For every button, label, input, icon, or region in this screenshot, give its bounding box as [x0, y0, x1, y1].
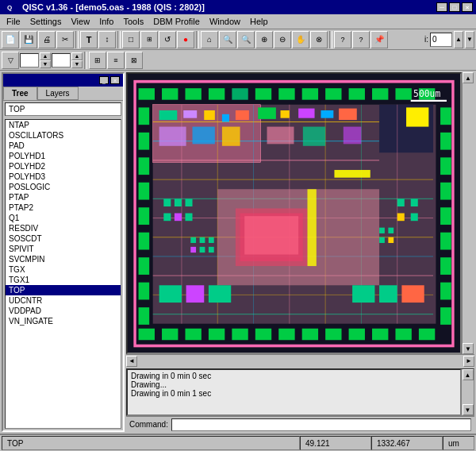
toolbar-btn-stop[interactable]: ●: [177, 31, 194, 48]
spinner1-down[interactable]: ▼: [40, 60, 51, 68]
menu-info[interactable]: Info: [94, 15, 118, 28]
toolbar2-btn-c[interactable]: ⊠: [125, 52, 143, 69]
svg-rect-75: [281, 110, 290, 118]
toolbar-btn-4[interactable]: ✂: [56, 31, 74, 48]
list-item[interactable]: OSCILLATORS: [6, 130, 121, 141]
right-spin-up[interactable]: ▲: [454, 31, 463, 48]
right-spin-down[interactable]: ▼: [465, 31, 474, 48]
list-item[interactable]: PTAP2: [6, 202, 121, 213]
toolbar-2: ▽ 2 ▲ ▼ 0 ▲ ▼ ⊞ ≡ ⊠: [0, 50, 476, 71]
toolbar-btn-zoom-in[interactable]: 🔍: [219, 31, 236, 48]
command-input[interactable]: [171, 418, 471, 431]
toolbar-btn-help[interactable]: ?: [334, 31, 351, 48]
toolbar-btn-7[interactable]: ↺: [159, 31, 176, 48]
sep-2: [117, 31, 121, 48]
toolbar-btn-10[interactable]: 📌: [370, 31, 388, 48]
toolbar-btn-6[interactable]: □: [122, 31, 140, 48]
spinner2-up[interactable]: ▲: [71, 52, 83, 60]
maximize-button[interactable]: □: [449, 2, 460, 12]
list-item[interactable]: PTAP: [6, 192, 121, 202]
toolbar-btn-text[interactable]: T: [80, 31, 98, 48]
list-item[interactable]: SPIVIT: [6, 244, 121, 254]
spinner1-input[interactable]: 2: [20, 53, 39, 67]
status-bar: TOP 49.121 1332.467 um: [0, 434, 476, 451]
panel-tabs: Tree Layers: [3, 87, 123, 101]
output-scrollbar: ▲ ▼: [461, 369, 474, 415]
toolbar-btn-8[interactable]: ⊗: [310, 31, 328, 48]
list-item[interactable]: NTAP: [6, 120, 121, 130]
toolbar-btn-9[interactable]: ?: [352, 31, 370, 48]
svg-rect-108: [352, 285, 374, 303]
menu-file[interactable]: File: [2, 15, 25, 28]
svg-rect-86: [175, 199, 182, 206]
list-item[interactable]: TGX1: [6, 275, 121, 285]
list-item[interactable]: UDCNTR: [6, 295, 121, 306]
list-item[interactable]: POLYHD1: [6, 151, 121, 161]
output-scroll-up[interactable]: ▲: [463, 369, 474, 380]
toolbar-btn-3[interactable]: 🖨: [38, 31, 56, 48]
toolbar2-btn-a[interactable]: ⊞: [89, 52, 106, 69]
right-input[interactable]: [430, 33, 452, 47]
spinner2-down[interactable]: ▼: [71, 60, 83, 68]
list-item[interactable]: POLYHD2: [6, 161, 121, 172]
scroll-up-button[interactable]: ▲: [463, 72, 474, 83]
toolbar-btn-zoom1[interactable]: ⊕: [255, 31, 273, 48]
svg-rect-95: [190, 237, 196, 243]
svg-rect-87: [185, 199, 192, 206]
list-item[interactable]: SVCMPIN: [6, 254, 121, 264]
svg-rect-21: [278, 329, 294, 341]
panel-close[interactable]: ×: [110, 76, 120, 84]
command-label: Command:: [129, 420, 168, 429]
output-scroll-down[interactable]: ▼: [463, 404, 474, 415]
menu-dbm-profile[interactable]: DBM Profile: [148, 15, 205, 28]
list-item[interactable]: VDDPAD: [6, 306, 121, 316]
toolbar-btn-home[interactable]: ⌂: [201, 31, 218, 48]
list-item[interactable]: VN_INGATE: [6, 316, 121, 326]
toolbar-btn-zoom-out[interactable]: 🔍: [237, 31, 255, 48]
ic-canvas[interactable]: 500um: [126, 72, 462, 354]
svg-rect-105: [159, 285, 182, 303]
tab-layers[interactable]: Layers: [37, 87, 79, 100]
toolbar-btn-pan[interactable]: ✋: [292, 31, 309, 48]
title-bar: Q QISC v1.36 - [demo5.oas - 1988 (QIS : …: [0, 0, 476, 14]
menu-tools[interactable]: Tools: [119, 15, 149, 28]
scroll-down-button[interactable]: ▼: [463, 343, 474, 354]
toolbar2-btn-b[interactable]: ≡: [107, 52, 125, 69]
minimize-button[interactable]: ─: [436, 2, 447, 12]
svg-rect-26: [395, 329, 411, 341]
list-item[interactable]: Q1: [6, 213, 121, 223]
list-item[interactable]: TGX: [6, 264, 121, 275]
svg-rect-45: [440, 307, 451, 325]
list-item[interactable]: PAD: [6, 141, 121, 151]
close-button[interactable]: ×: [462, 2, 473, 12]
menu-view[interactable]: View: [66, 15, 94, 28]
svg-rect-20: [255, 329, 271, 341]
menu-help[interactable]: Help: [245, 15, 273, 28]
spinner2-input[interactable]: 0: [52, 53, 71, 67]
tab-tree[interactable]: Tree: [3, 87, 37, 100]
toolbar2-btn-filter[interactable]: ▽: [2, 52, 19, 69]
list-item[interactable]: TOP: [6, 285, 121, 295]
svg-rect-22: [302, 329, 318, 341]
list-item[interactable]: RESDIV: [6, 223, 121, 233]
svg-rect-116: [344, 127, 362, 145]
scroll-right-button[interactable]: ►: [463, 356, 474, 367]
list-item[interactable]: SOSCDT: [6, 233, 121, 244]
cell-list[interactable]: NTAPOSCILLATORSPADPOLYHD1POLYHD2POLYHD3P…: [5, 119, 121, 429]
toolbar-btn-zoom2[interactable]: ⊖: [274, 31, 291, 48]
toolbar-btn-5[interactable]: ↕: [98, 31, 116, 48]
menu-settings[interactable]: Settings: [25, 15, 67, 28]
svg-rect-9: [302, 88, 318, 100]
command-bar: Command:: [126, 416, 474, 432]
spinner1-up[interactable]: ▲: [40, 52, 51, 60]
menu-window[interactable]: Window: [205, 15, 245, 28]
panel-minimize[interactable]: _: [99, 76, 109, 84]
list-item[interactable]: POLYHD3: [6, 172, 121, 182]
list-item[interactable]: POSLOGIC: [6, 182, 121, 192]
toolbar-btn-grid[interactable]: ⊞: [140, 31, 158, 48]
sep-4: [329, 31, 332, 48]
toolbar-btn-1[interactable]: 📄: [2, 31, 19, 48]
scroll-left-button[interactable]: ◄: [126, 356, 137, 367]
toolbar-btn-2[interactable]: 💾: [20, 31, 37, 48]
svg-rect-28: [139, 107, 150, 125]
